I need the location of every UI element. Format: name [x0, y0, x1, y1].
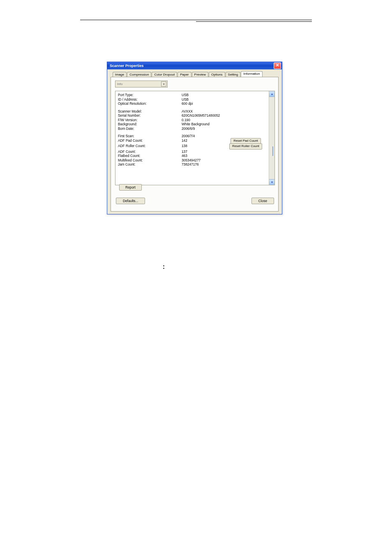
- k-multifeed: Multifeed Count:: [118, 158, 182, 163]
- v-born: 2006/6/9: [182, 127, 266, 131]
- v-background: White Background: [182, 122, 266, 127]
- figure-caption-colon: ：: [157, 263, 170, 271]
- v-serial: 620GN1065M571480052: [182, 113, 266, 118]
- dialog-footer: Defaults... Close: [115, 198, 275, 205]
- k-adf-pad: ADF Pad Count:: [118, 138, 182, 144]
- v-adf-roller: 138: [182, 144, 225, 150]
- info-block-counts: First Scan:2006/7/4 ADF Pad Count:142Res…: [118, 134, 266, 167]
- info-select-value: Info: [117, 82, 122, 86]
- v-adf-count: 137: [182, 150, 225, 154]
- k-first-scan: First Scan:: [118, 134, 182, 138]
- window-title: Scanner Properties: [110, 64, 144, 68]
- v-model: AVXXX: [182, 109, 266, 114]
- chevron-down-icon[interactable]: ▾: [161, 81, 166, 87]
- close-button[interactable]: Close: [251, 198, 274, 204]
- k-born: Born Date:: [118, 127, 182, 131]
- info-listing: Port Type:USB ID / Address:USB Optical R…: [115, 91, 275, 185]
- k-serial: Serial Number:: [118, 113, 182, 118]
- report-button[interactable]: Report: [119, 184, 142, 191]
- k-flatbed: Flatbed Count:: [118, 154, 182, 158]
- scroll-thumb[interactable]: [272, 146, 273, 156]
- v-flatbed: 463: [182, 154, 225, 158]
- v-port-type: USB: [182, 93, 266, 97]
- v-optical-res: 600 dpi: [182, 101, 266, 106]
- tab-strip: Image Compression Color Dropout Paper Pr…: [113, 71, 279, 77]
- titlebar: Scanner Properties ✕: [107, 62, 282, 69]
- dialog-body: Image Compression Color Dropout Paper Pr…: [107, 69, 282, 214]
- v-fw: 0.190: [182, 118, 266, 122]
- tab-information[interactable]: Information: [241, 71, 262, 77]
- scanner-properties-dialog: Scanner Properties ✕ Image Compression C…: [107, 62, 282, 214]
- v-multifeed: 3053494277: [182, 158, 225, 163]
- defaults-button[interactable]: Defaults...: [116, 198, 145, 204]
- close-icon[interactable]: ✕: [274, 62, 281, 69]
- k-id-address: ID / Address:: [118, 97, 182, 102]
- scroll-down-icon[interactable]: ▾: [269, 179, 274, 185]
- info-select[interactable]: Info ▾: [115, 81, 168, 88]
- dialog-screenshot: Scanner Properties ✕ Image Compression C…: [107, 62, 281, 214]
- v-id-address: USB: [182, 97, 266, 102]
- tab-content-information: Info ▾ Port Type:USB ID / Address:USB Op…: [111, 77, 279, 212]
- v-jam: 738247176: [182, 162, 225, 167]
- reset-pad-count-button[interactable]: Reset Pad Count: [231, 138, 261, 144]
- info-listing-main: Port Type:USB ID / Address:USB Optical R…: [115, 91, 269, 185]
- k-fw: F/W Version:: [118, 118, 182, 122]
- k-model: Scanner Model:: [118, 109, 182, 114]
- k-optical-res: Optical Resolution:: [118, 101, 182, 106]
- scrollbar[interactable]: ▴ ▾: [269, 91, 274, 185]
- info-block-scanner: Scanner Model:AVXXX Serial Number:620GN1…: [118, 109, 266, 131]
- k-port-type: Port Type:: [118, 93, 182, 97]
- reset-roller-count-button[interactable]: Reset Roller Count: [229, 143, 262, 150]
- k-background: Background:: [118, 122, 182, 127]
- k-jam: Jam Count:: [118, 162, 182, 167]
- page-header-rule: [80, 20, 312, 28]
- v-adf-pad: 142: [182, 138, 225, 144]
- k-adf-roller: ADF Roller Count:: [118, 144, 182, 150]
- info-block-port: Port Type:USB ID / Address:USB Optical R…: [118, 93, 266, 106]
- v-first-scan: 2006/7/4: [182, 134, 225, 138]
- k-adf-count: ADF Count:: [118, 150, 182, 154]
- scroll-up-icon[interactable]: ▴: [269, 91, 274, 97]
